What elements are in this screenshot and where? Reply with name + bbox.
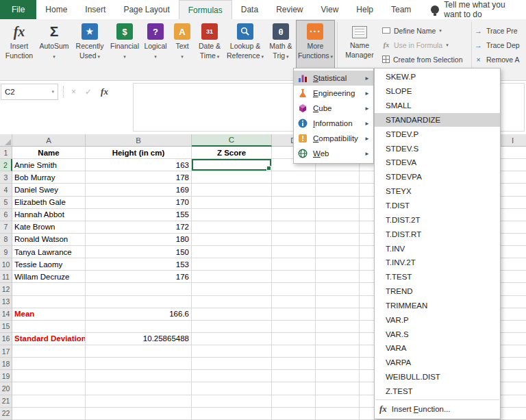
cell-B13[interactable] (86, 296, 192, 308)
cell-B12[interactable] (86, 283, 192, 295)
row-header-1[interactable]: 1 (0, 147, 12, 159)
remove-arrows-button[interactable]: ×Remove A (474, 52, 526, 66)
cell-A7[interactable]: Kate Brown (12, 221, 86, 234)
text-button[interactable]: AText ▾ (170, 20, 195, 69)
cell-E21[interactable] (316, 395, 360, 408)
column-header-C[interactable]: C (192, 134, 272, 147)
cell-D19[interactable] (272, 370, 316, 382)
cell-D21[interactable] (272, 395, 316, 408)
function-item-t.test[interactable]: T.TEST (375, 270, 500, 284)
row-header-2[interactable]: 2 (0, 159, 12, 171)
insert-function-menu-item[interactable]: fxInsert Function... (375, 402, 500, 417)
cell-B1[interactable]: Height (in cm) (86, 147, 192, 159)
cell-A16[interactable]: Standard Deviation (12, 333, 86, 345)
math-trig-button[interactable]: θMath &Trig ▾ (266, 20, 296, 69)
cell-E13[interactable] (316, 296, 360, 308)
function-item-vara[interactable]: VARA (375, 341, 500, 356)
cell-A4[interactable]: Daniel Swey (12, 184, 86, 196)
cell-B2[interactable]: 163 (86, 159, 192, 171)
name-box[interactable]: C2 ▾ (1, 84, 58, 100)
function-item-steyx[interactable]: STEYX (375, 184, 500, 199)
cell-B9[interactable]: 150 (86, 246, 192, 258)
cell-D22[interactable] (272, 408, 316, 420)
tab-file[interactable]: File (0, 0, 36, 19)
function-item-t.dist.rt[interactable]: T.DIST.RT (375, 227, 500, 241)
row-header-5[interactable]: 5 (0, 197, 12, 209)
select-all-corner[interactable] (0, 134, 12, 147)
cell-D9[interactable] (272, 246, 316, 258)
cell-A2[interactable]: Annie Smith (12, 159, 86, 171)
cell-B7[interactable]: 172 (86, 221, 192, 234)
cell-D12[interactable] (272, 283, 316, 295)
function-item-var.p[interactable]: VAR.P (375, 312, 500, 327)
function-item-t.dist.2t[interactable]: T.DIST.2T (375, 212, 500, 227)
function-item-var.s[interactable]: VAR.S (375, 327, 500, 341)
cell-C19[interactable] (192, 370, 272, 382)
cell-C9[interactable] (192, 246, 272, 258)
row-header-15[interactable]: 15 (0, 321, 12, 333)
cell-B11[interactable]: 176 (86, 271, 192, 283)
cell-E18[interactable] (316, 358, 360, 370)
cell-E22[interactable] (316, 408, 360, 420)
menu-item-cube[interactable]: Cube► (294, 101, 373, 116)
function-item-t.dist[interactable]: T.DIST (375, 199, 500, 213)
cell-A14[interactable]: Mean (12, 308, 86, 321)
cell-E12[interactable] (316, 283, 360, 295)
row-header-14[interactable]: 14 (0, 308, 12, 321)
cell-E3[interactable] (316, 171, 360, 184)
function-item-varpa[interactable]: VARPA (375, 356, 500, 370)
cell-D6[interactable] (272, 209, 316, 221)
cell-D5[interactable] (272, 197, 316, 209)
create-from-selection-button[interactable]: Create from Selection (382, 52, 463, 66)
column-header-A[interactable]: A (12, 134, 86, 147)
cell-A10[interactable]: Tessie Laomy (12, 258, 86, 271)
cell-C18[interactable] (192, 358, 272, 370)
row-header-9[interactable]: 9 (0, 246, 12, 258)
cell-C17[interactable] (192, 345, 272, 358)
cell-A3[interactable]: Bob Murray (12, 171, 86, 184)
cell-C20[interactable] (192, 382, 272, 395)
tab-page-layout[interactable]: Page Layout (114, 0, 178, 19)
cell-B21[interactable] (86, 395, 192, 408)
cell-E20[interactable] (316, 382, 360, 395)
financial-button[interactable]: $Financial ▾ (108, 20, 141, 69)
function-item-z.test[interactable]: Z.TEST (375, 384, 500, 399)
cell-A1[interactable]: Name (12, 147, 86, 159)
cell-E8[interactable] (316, 234, 360, 246)
menu-item-information[interactable]: Information► (294, 116, 373, 131)
row-header-6[interactable]: 6 (0, 209, 12, 221)
cell-A17[interactable] (12, 345, 86, 358)
tab-review[interactable]: Review (267, 0, 312, 19)
cell-A19[interactable] (12, 370, 86, 382)
use-in-formula-button[interactable]: fxUse in Formula ▾ (382, 38, 463, 52)
row-header-22[interactable]: 22 (0, 408, 12, 420)
cell-A22[interactable] (12, 408, 86, 420)
cell-C21[interactable] (192, 395, 272, 408)
cancel-icon[interactable]: × (71, 87, 76, 97)
cell-D17[interactable] (272, 345, 316, 358)
cell-A9[interactable]: Tanya Lawrance (12, 246, 86, 258)
cell-D14[interactable] (272, 308, 316, 321)
lookup-reference-button[interactable]: Lookup &Reference ▾ (225, 20, 266, 69)
row-header-18[interactable]: 18 (0, 358, 12, 370)
row-header-4[interactable]: 4 (0, 184, 12, 196)
cell-C6[interactable] (192, 209, 272, 221)
cell-C3[interactable] (192, 171, 272, 184)
cell-D16[interactable] (272, 333, 316, 345)
menu-item-engineering[interactable]: Engineering► (294, 86, 373, 101)
cell-B22[interactable] (86, 408, 192, 420)
function-item-stdev.p[interactable]: STDEV.P (375, 127, 500, 141)
function-item-stdev.s[interactable]: STDEV.S (375, 141, 500, 156)
cell-D3[interactable] (272, 171, 316, 184)
cell-C1[interactable]: Z Score (192, 147, 272, 159)
tab-view[interactable]: View (312, 0, 348, 19)
cell-C14[interactable] (192, 308, 272, 321)
cell-D8[interactable] (272, 234, 316, 246)
insert-function-button[interactable]: fxInsertFunction (1, 20, 37, 69)
row-header-10[interactable]: 10 (0, 258, 12, 271)
row-header-20[interactable]: 20 (0, 382, 12, 395)
function-item-skew.p[interactable]: SKEW.P (375, 70, 500, 84)
function-item-trimmean[interactable]: TRIMMEAN (375, 299, 500, 313)
cell-E9[interactable] (316, 246, 360, 258)
cell-E19[interactable] (316, 370, 360, 382)
